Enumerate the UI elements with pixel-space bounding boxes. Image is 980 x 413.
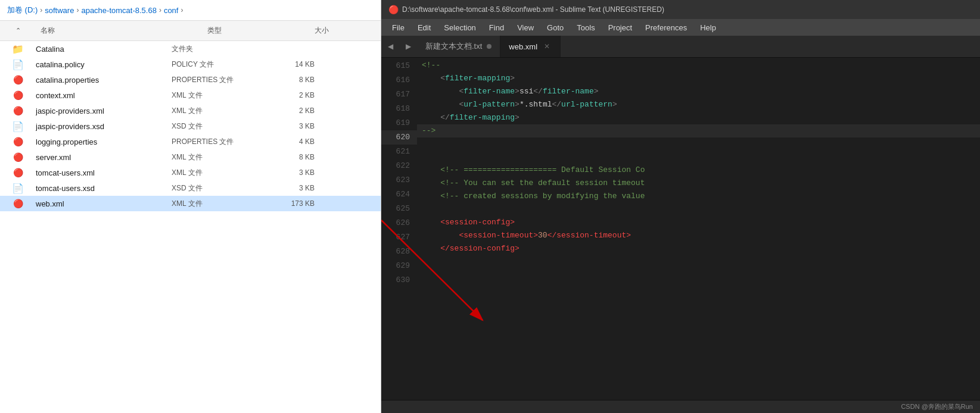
code-line-620: --> bbox=[417, 124, 980, 137]
file-name: context.xml bbox=[36, 91, 167, 100]
file-type: POLICY 文件 bbox=[167, 60, 274, 70]
code-line-623: <!-- ==================== Default Sessio… bbox=[417, 164, 980, 177]
list-item[interactable]: 🔴 logging.properties PROPERTIES 文件 4 KB bbox=[0, 134, 381, 149]
breadcrumb-conf[interactable]: conf bbox=[164, 6, 179, 15]
sublime-tabs: ◀ ▶ 新建文本文档.txt web.xml ✕ bbox=[381, 36, 980, 58]
file-name: Catalina bbox=[36, 45, 167, 54]
line-num-622: 622 bbox=[381, 159, 417, 173]
menu-tools[interactable]: Tools bbox=[571, 21, 601, 35]
line-num-629: 629 bbox=[381, 259, 417, 273]
menu-view[interactable]: View bbox=[511, 21, 540, 35]
list-item[interactable]: 📄 tomcat-users.xsd XSD 文件 3 KB bbox=[0, 180, 381, 196]
list-item[interactable]: 🔴 jaspic-providers.xml XML 文件 2 KB bbox=[0, 103, 381, 118]
list-item[interactable]: 🔴 tomcat-users.xml XML 文件 3 KB bbox=[0, 165, 381, 180]
code-line-618: <url-pattern> *.shtml </url-pattern> bbox=[417, 98, 980, 111]
code-line-621 bbox=[417, 137, 980, 151]
file-items: 📁 Catalina 文件夹 📄 catalina.policy POLICY … bbox=[0, 41, 381, 413]
file-type: XML 文件 bbox=[167, 106, 274, 116]
tab-webxml-label: web.xml bbox=[509, 42, 537, 51]
code-line-624: <!-- You can set the default session tim… bbox=[417, 177, 980, 190]
sublime-menubar: File Edit Selection Find View Goto Tools… bbox=[381, 19, 980, 36]
code-line-625: <!-- created sessions by modifying the v… bbox=[417, 190, 980, 203]
breadcrumb-sep-3: › bbox=[159, 6, 161, 14]
menu-preferences[interactable]: Preferences bbox=[639, 21, 693, 35]
line-num-627: 627 bbox=[381, 230, 417, 245]
breadcrumb: 加卷 (D:) › software › apache-tomcat-8.5.6… bbox=[0, 0, 381, 21]
code-line-626 bbox=[417, 203, 980, 216]
tab-txt[interactable]: 新建文本文档.txt bbox=[417, 36, 500, 57]
breadcrumb-sep-2: › bbox=[76, 6, 79, 14]
list-item[interactable]: 📄 catalina.policy POLICY 文件 14 KB bbox=[0, 57, 381, 72]
line-num-617: 617 bbox=[381, 87, 417, 102]
col-header-size[interactable]: 大小 bbox=[310, 23, 357, 38]
file-name: catalina.properties bbox=[36, 76, 167, 85]
menu-find[interactable]: Find bbox=[483, 21, 510, 35]
sort-indicator[interactable]: ⌃ bbox=[0, 24, 36, 37]
col-header-name[interactable]: 名称 bbox=[36, 23, 203, 38]
file-type: XML 文件 bbox=[167, 168, 274, 178]
line-num-621: 621 bbox=[381, 145, 417, 159]
sublime-icon: 🔴 bbox=[0, 106, 36, 115]
code-line-628: <session-timeout> 30 </session-timeout> bbox=[417, 229, 980, 242]
file-size: 14 KB bbox=[274, 60, 322, 68]
sublime-panel: 🔴 D:\software\apache-tomcat-8.5.68\conf\… bbox=[381, 0, 980, 413]
file-icon: 📄 bbox=[0, 183, 36, 194]
window-title: D:\software\apache-tomcat-8.5.68\conf\we… bbox=[402, 5, 664, 14]
file-type: 文件夹 bbox=[167, 44, 274, 54]
file-name: catalina.policy bbox=[36, 60, 167, 69]
file-name: tomcat-users.xml bbox=[36, 168, 167, 177]
file-type: XSD 文件 bbox=[167, 183, 274, 193]
code-content[interactable]: <!-- <filter-mapping> <filter-name> ssi … bbox=[417, 58, 980, 400]
sublime-icon: 🔴 bbox=[0, 137, 36, 146]
file-size: 8 KB bbox=[274, 76, 322, 84]
file-name: tomcat-users.xsd bbox=[36, 184, 167, 193]
tab-webxml[interactable]: web.xml ✕ bbox=[500, 36, 561, 57]
file-size: 173 KB bbox=[274, 199, 322, 208]
file-type: PROPERTIES 文件 bbox=[167, 75, 274, 85]
menu-file[interactable]: File bbox=[386, 21, 410, 35]
list-item-selected[interactable]: 🔴 web.xml XML 文件 173 KB bbox=[0, 196, 381, 211]
line-num-626: 626 bbox=[381, 216, 417, 230]
code-line-615: <!-- bbox=[417, 59, 980, 72]
sublime-app-icon: 🔴 bbox=[388, 5, 399, 14]
file-type: XML 文件 bbox=[167, 152, 274, 162]
line-num-620: 620 bbox=[381, 130, 417, 145]
sublime-icon: 🔴 bbox=[0, 152, 36, 162]
tab-nav-left[interactable]: ◀ bbox=[381, 37, 399, 55]
menu-goto[interactable]: Goto bbox=[541, 21, 570, 35]
col-header-type[interactable]: 类型 bbox=[203, 23, 310, 38]
file-size: 2 KB bbox=[274, 107, 322, 115]
line-num-619: 619 bbox=[381, 116, 417, 130]
tab-txt-label: 新建文本文档.txt bbox=[425, 41, 482, 52]
menu-project[interactable]: Project bbox=[602, 21, 638, 35]
breadcrumb-software[interactable]: software bbox=[45, 6, 74, 15]
file-type: XML 文件 bbox=[167, 199, 274, 209]
menu-edit[interactable]: Edit bbox=[412, 21, 437, 35]
line-num-625: 625 bbox=[381, 202, 417, 216]
file-size: 3 KB bbox=[274, 122, 322, 130]
breadcrumb-tomcat[interactable]: apache-tomcat-8.5.68 bbox=[81, 6, 156, 15]
file-type: PROPERTIES 文件 bbox=[167, 137, 274, 147]
code-area[interactable]: 615 616 617 618 619 620 621 622 623 624 … bbox=[381, 58, 980, 400]
code-line-616: <filter-mapping> bbox=[417, 72, 980, 85]
list-item[interactable]: 🔴 server.xml XML 文件 8 KB bbox=[0, 149, 381, 165]
code-line-622 bbox=[417, 151, 980, 164]
file-name: jaspic-providers.xml bbox=[36, 107, 167, 115]
list-item[interactable]: 📄 jaspic-providers.xsd XSD 文件 3 KB bbox=[0, 118, 381, 134]
tab-close-button[interactable]: ✕ bbox=[542, 42, 552, 51]
list-item[interactable]: 🔴 catalina.properties PROPERTIES 文件 8 KB bbox=[0, 72, 381, 87]
file-explorer: 加卷 (D:) › software › apache-tomcat-8.5.6… bbox=[0, 0, 381, 413]
list-item[interactable]: 🔴 context.xml XML 文件 2 KB bbox=[0, 87, 381, 103]
list-item[interactable]: 📁 Catalina 文件夹 bbox=[0, 41, 381, 57]
menu-help[interactable]: Help bbox=[694, 21, 722, 35]
line-num-618: 618 bbox=[381, 102, 417, 116]
breadcrumb-drive[interactable]: 加卷 (D:) bbox=[7, 5, 38, 15]
file-name: server.xml bbox=[36, 153, 167, 162]
code-line-617: <filter-name> ssi </filter-name> bbox=[417, 85, 980, 98]
tab-nav-right[interactable]: ▶ bbox=[399, 37, 417, 55]
file-size: 3 KB bbox=[274, 168, 322, 177]
sublime-titlebar: 🔴 D:\software\apache-tomcat-8.5.68\conf\… bbox=[381, 0, 980, 19]
menu-selection[interactable]: Selection bbox=[438, 21, 481, 35]
status-bar: CSDN @奔跑的菜鸟Run bbox=[381, 400, 980, 413]
file-size: 2 KB bbox=[274, 91, 322, 99]
